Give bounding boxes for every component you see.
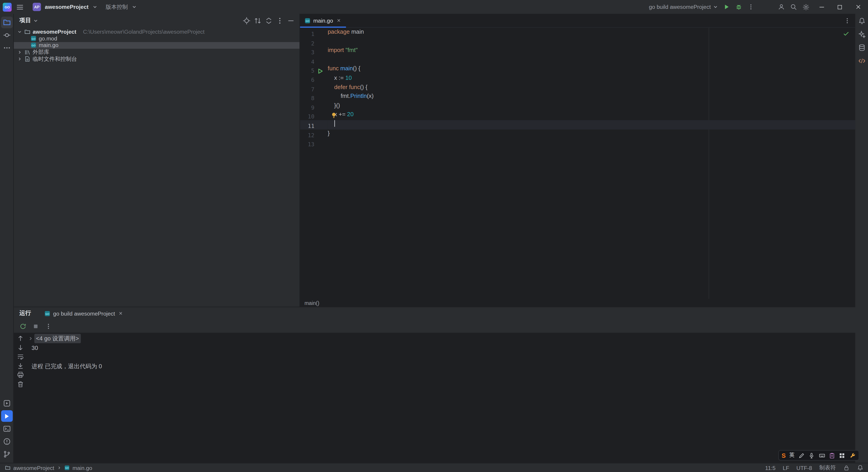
main-menu-icon[interactable] (16, 2, 24, 11)
select-opened-file-button[interactable] (243, 16, 251, 25)
rerun-button[interactable] (20, 322, 27, 330)
tab-options-button[interactable] (844, 17, 851, 24)
minimize-button[interactable] (815, 0, 828, 14)
code-line-13[interactable] (328, 138, 855, 148)
status-crumb-project[interactable]: awesomeProject (13, 465, 54, 471)
run-tab[interactable]: GO go build awesomeProject (41, 307, 127, 319)
project-tool-button[interactable] (1, 17, 12, 28)
indent-widget[interactable]: 制表符 (819, 464, 836, 472)
run-config-selector[interactable]: go build awesomeProject (649, 4, 718, 10)
tree-item-main.go[interactable]: GOmain.go (14, 42, 300, 49)
gutter-line-5[interactable]: 5 (300, 65, 328, 74)
gutter-line-9[interactable]: 9 (300, 102, 328, 111)
gutter-line-8[interactable]: 8 (300, 92, 328, 102)
commit-tool-button[interactable] (1, 29, 12, 41)
gutter-line-7[interactable]: 7 (300, 84, 328, 93)
console-prev-button[interactable] (17, 334, 24, 342)
tab-main-go[interactable]: GO main.go (300, 13, 346, 27)
search-everywhere-button[interactable] (790, 3, 797, 11)
gutter-line-10[interactable]: 10 (300, 111, 328, 120)
code-line-2[interactable] (328, 37, 855, 47)
code-line-5[interactable]: func main() { (328, 65, 855, 74)
close-run-tab-button[interactable] (118, 311, 123, 316)
code-line-6[interactable]: x := 10 (328, 74, 855, 84)
vcs-widget[interactable]: 版本控制 (106, 3, 128, 11)
services-tool-button[interactable] (1, 398, 12, 409)
project-badge[interactable]: AP (33, 3, 41, 11)
run-tool-button[interactable] (1, 410, 12, 422)
run-button[interactable] (723, 3, 730, 11)
gutter-line-11[interactable]: 11 (300, 120, 328, 129)
encoding-widget[interactable]: UTF-8 (796, 465, 812, 471)
project-panel-title[interactable]: 项目 (20, 17, 31, 24)
ai-assistant-button[interactable] (858, 31, 866, 38)
clipboard-button[interactable] (829, 452, 835, 459)
tree-item--[interactable]: 外部库 (14, 49, 300, 56)
more-actions-button[interactable] (747, 3, 754, 11)
gutter-line-6[interactable]: 6 (300, 74, 328, 84)
version-control-tool-button[interactable] (1, 448, 12, 460)
sogou-logo-button[interactable]: S (782, 452, 786, 459)
editor-body[interactable]: 12345678910111213 package mainimport "fm… (300, 28, 855, 299)
endpoints-button[interactable] (858, 57, 866, 65)
code-line-9[interactable]: }() (328, 102, 855, 111)
mic-button[interactable] (808, 452, 815, 459)
terminal-tool-button[interactable] (1, 423, 12, 435)
code-line-1[interactable]: package main (328, 28, 855, 37)
virtual-keyboard-button[interactable] (818, 452, 825, 459)
gutter-line-2[interactable]: 2 (300, 37, 328, 47)
database-button[interactable] (858, 43, 866, 51)
inspections-ok-icon[interactable] (842, 30, 850, 37)
handwriting-button[interactable] (798, 452, 805, 459)
gutter-line-12[interactable]: 12 (300, 129, 328, 138)
gutter-line-1[interactable]: 1 (300, 28, 328, 37)
caret-position-widget[interactable]: 11:5 (765, 465, 776, 471)
project-name[interactable]: awesomeProject (45, 4, 88, 10)
problems-tool-button[interactable] (1, 436, 12, 447)
editor-code[interactable]: package mainimport "fmt"func main() { x … (328, 28, 855, 299)
hide-panel-button[interactable] (287, 16, 295, 25)
goland-logo-icon[interactable]: GO (3, 2, 11, 11)
breadcrumb-function[interactable]: main() (305, 300, 319, 306)
tree-item--[interactable]: 临时文件和控制台 (14, 56, 300, 62)
chevron-right-icon[interactable] (17, 57, 22, 62)
run-console[interactable]: <4 go 设置调用> 30 进程 已完成，退出代码为 0 (28, 334, 855, 463)
close-tab-button[interactable] (336, 18, 341, 23)
code-line-10[interactable]: x += 20 (328, 111, 855, 120)
settings-button[interactable] (802, 3, 810, 11)
ime-mode-button[interactable]: 英 (789, 452, 795, 459)
more-tool-windows-button[interactable] (1, 42, 12, 54)
code-line-8[interactable]: fmt.Println(x) (328, 92, 855, 102)
code-line-12[interactable]: } (328, 129, 855, 138)
chevron-right-icon[interactable] (17, 50, 22, 55)
notifications-button[interactable] (858, 17, 866, 25)
fold-chevron-icon[interactable] (28, 336, 33, 341)
collapse-all-button[interactable] (265, 16, 273, 25)
maximize-button[interactable] (833, 0, 846, 14)
gutter-line-13[interactable]: 13 (300, 138, 328, 148)
run-panel-title[interactable]: 运行 (20, 310, 31, 317)
ime-settings-button[interactable] (849, 452, 856, 459)
status-crumb-file[interactable]: main.go (72, 465, 92, 471)
code-line-4[interactable] (328, 56, 855, 65)
editor-gutter[interactable]: 12345678910111213 (300, 28, 328, 299)
gutter-line-4[interactable]: 4 (300, 56, 328, 65)
code-line-3[interactable]: import "fmt" (328, 46, 855, 56)
user-account-button[interactable] (778, 3, 785, 11)
console-next-button[interactable] (17, 344, 24, 351)
code-line-11[interactable] (328, 120, 855, 129)
close-button[interactable] (851, 0, 865, 14)
chevron-down-icon[interactable] (17, 29, 22, 34)
gutter-line-3[interactable]: 3 (300, 46, 328, 56)
toolbox-button[interactable] (839, 452, 845, 459)
debug-button[interactable] (735, 3, 742, 11)
clear-console-button[interactable] (17, 380, 24, 388)
expand-all-button[interactable] (254, 16, 262, 25)
line-separator-widget[interactable]: LF (783, 465, 789, 471)
intention-bulb-icon[interactable] (331, 112, 337, 119)
run-main-gutter-icon[interactable] (317, 66, 323, 72)
tree-item-awesomeProject[interactable]: awesomeProjectC:\Users\meowr\GolandProje… (14, 28, 300, 35)
scroll-to-end-button[interactable] (17, 362, 24, 369)
console-fold-placeholder[interactable]: <4 go 设置调用> (34, 334, 81, 343)
panel-options-button[interactable] (276, 16, 284, 25)
